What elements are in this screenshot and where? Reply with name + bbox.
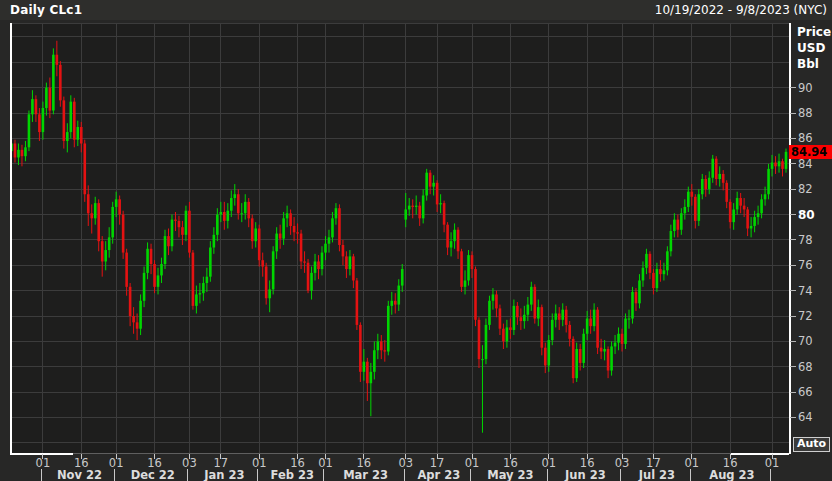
candle-body (603, 349, 606, 352)
candle-body (467, 255, 470, 280)
candle-body (73, 102, 76, 140)
candle-body (715, 159, 718, 179)
candle-body (478, 320, 481, 359)
candle-body (132, 316, 135, 322)
candle-body (694, 197, 697, 221)
candle-body (56, 55, 59, 65)
candle-body (471, 255, 474, 269)
candle-body (687, 192, 690, 207)
candle-body (537, 307, 540, 318)
x-tick-label: 01 (318, 456, 333, 470)
candle-body (645, 254, 648, 268)
candle-body (328, 237, 331, 243)
candle-body (143, 273, 146, 301)
candle-body (115, 199, 118, 207)
candle-body (282, 218, 285, 238)
y-axis-label: 74 (798, 284, 813, 298)
candle-body (492, 294, 495, 300)
x-tick-label: 01 (465, 456, 480, 470)
candle-body (586, 319, 589, 334)
candle-body (363, 362, 366, 372)
candle-body (551, 320, 554, 340)
candle-body (321, 253, 324, 269)
candle-body (575, 349, 578, 378)
candle-body (192, 253, 195, 306)
candle-body (167, 236, 170, 246)
candle-body (771, 163, 774, 169)
candle-body (422, 196, 425, 219)
candle-body (289, 213, 292, 226)
candle-body (303, 261, 306, 262)
y-axis-label: 90 (798, 81, 813, 95)
x-tick-label: 01 (36, 456, 51, 470)
candle-body (488, 301, 491, 325)
candle-body (324, 244, 327, 253)
candle-body (415, 206, 418, 207)
candle-body (268, 289, 271, 298)
candle-body (307, 263, 310, 291)
last-price-value: 84.94 (791, 145, 827, 159)
candle-body (506, 327, 509, 341)
candle-body (520, 317, 523, 321)
candle-body (129, 287, 132, 316)
month-label: Aug 23 (709, 468, 754, 481)
candle-body (146, 249, 149, 273)
candle-body (70, 102, 73, 132)
candle-body (213, 235, 216, 248)
candle-body (233, 194, 236, 198)
candle-body (258, 228, 261, 260)
candle-body (401, 269, 404, 285)
candle-body (453, 230, 456, 241)
candle-body (746, 209, 749, 228)
candle-body (38, 114, 41, 132)
month-label: May 23 (487, 468, 533, 481)
candle-body (579, 349, 582, 363)
candle-body (17, 150, 20, 158)
candle-body (35, 99, 38, 114)
candle-body (677, 220, 680, 230)
candle-body (457, 230, 460, 252)
x-tick-label: 01 (252, 456, 267, 470)
candle-body (380, 341, 383, 350)
unit-line-usd: USD (797, 40, 831, 56)
candle-body (757, 213, 760, 217)
candle-body (160, 264, 163, 275)
candle-body (670, 231, 673, 251)
auto-scale-button[interactable]: Auto (793, 437, 830, 452)
candle-body (150, 249, 153, 264)
candle-body (66, 132, 69, 141)
candlestick-chart[interactable]: 9088868482807876747270686664011601160317… (0, 0, 832, 481)
candle-body (593, 310, 596, 326)
candle-body (181, 227, 184, 235)
candle-body (76, 127, 79, 140)
month-label: Dec 22 (131, 468, 175, 481)
candle-body (502, 329, 505, 342)
candle-body (666, 251, 669, 270)
candle-body (474, 269, 477, 320)
candle-body (31, 99, 34, 114)
candle-body (359, 325, 362, 372)
candle-body (21, 150, 24, 156)
candle-body (390, 301, 393, 306)
candle-body (345, 256, 348, 269)
candle-body (736, 198, 739, 209)
candle-body (596, 310, 599, 348)
candle-body (275, 234, 278, 252)
candle-body (404, 209, 407, 219)
candle-body (418, 206, 421, 219)
candle-body (220, 212, 223, 215)
y-axis-label: 76 (798, 258, 813, 272)
candle-body (254, 228, 257, 241)
candle-body (673, 220, 676, 231)
candle-body (439, 203, 442, 204)
candle-body (139, 301, 142, 329)
candle-body (83, 144, 86, 195)
candle-body (24, 147, 27, 156)
candle-body (499, 308, 502, 328)
candle-body (90, 213, 93, 218)
candle-body (265, 267, 268, 299)
candle-body (464, 280, 467, 286)
candle-body (195, 294, 198, 305)
unit-line-bbl: Bbl (797, 56, 831, 72)
candle-body (652, 273, 655, 288)
